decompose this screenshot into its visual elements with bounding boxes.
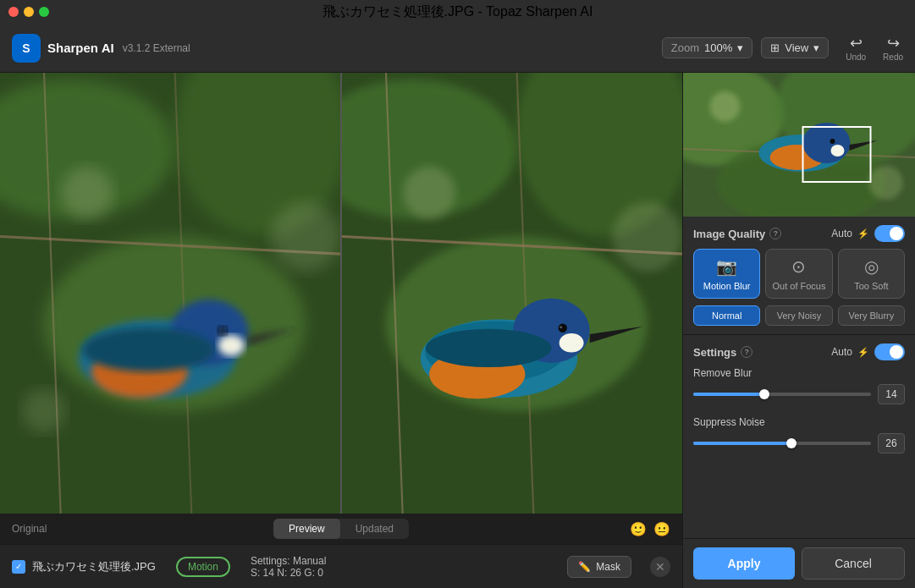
close-file-button[interactable]: ✕ [650, 557, 670, 577]
settings-header: Settings ? Auto ⚡ [693, 343, 905, 360]
apply-button[interactable]: Apply [693, 547, 795, 580]
bottom-bar: ✓ 飛ぶカワセミ処理後.JPG Motion Settings: Manual … [0, 544, 682, 588]
zoom-value: 100% [704, 41, 732, 54]
svg-point-15 [271, 201, 340, 271]
svg-point-14 [61, 167, 113, 219]
noise-buttons-group: Normal Very Noisy Very Blurry [693, 305, 905, 326]
image-panels [0, 73, 682, 514]
preview-panel [342, 73, 682, 514]
undo-redo-group: ↩ Undo ↪ Redo [846, 34, 903, 62]
out-of-focus-button[interactable]: ⊙ Out of Focus [765, 249, 832, 299]
svg-point-44 [831, 145, 845, 157]
redo-button[interactable]: ↪ Redo [883, 34, 903, 62]
happy-face-icon[interactable]: 🙂 [630, 521, 647, 537]
image-bottom-bar: Original Preview Updated 🙂 😐 [0, 514, 682, 544]
image-quality-toggle[interactable] [874, 225, 905, 242]
remove-blur-fill [693, 393, 764, 396]
original-panel [0, 73, 340, 514]
very-blurry-button[interactable]: Very Blurry [838, 305, 905, 326]
image-quality-title: Image Quality ? [693, 228, 781, 240]
image-quality-help-icon[interactable]: ? [769, 228, 781, 239]
suppress-noise-value[interactable]: 26 [878, 433, 905, 453]
traffic-lights [8, 7, 49, 17]
updated-tab[interactable]: Updated [340, 519, 409, 539]
undo-label: Undo [846, 52, 866, 62]
suppress-noise-row: Suppress Noise 26 [693, 416, 905, 453]
svg-point-42 [803, 123, 851, 163]
svg-point-11 [218, 335, 245, 356]
motion-blur-icon: 📷 [716, 256, 737, 277]
image-quality-section: Image Quality ? Auto ⚡ 📷 Motion Blur ⊙ O… [683, 217, 915, 335]
svg-point-32 [426, 329, 551, 367]
minimize-window-button[interactable] [24, 7, 34, 17]
redo-label: Redo [883, 52, 903, 62]
remove-blur-row: Remove Blur 14 [693, 367, 905, 404]
lightning-icon: ⚡ [857, 228, 869, 239]
app-name: Sharpen AI [47, 41, 114, 55]
app-logo: S [12, 34, 41, 63]
zoom-label: Zoom [671, 41, 699, 54]
svg-point-45 [830, 139, 835, 144]
out-of-focus-label: Out of Focus [773, 281, 826, 291]
remove-blur-slider[interactable] [693, 393, 871, 396]
suppress-noise-fill [693, 442, 791, 445]
motion-blur-label: Motion Blur [703, 281, 751, 291]
svg-point-34 [613, 201, 682, 271]
svg-point-33 [403, 167, 455, 219]
normal-button[interactable]: Normal [693, 305, 760, 326]
mask-label: Mask [596, 561, 620, 573]
svg-point-29 [559, 333, 584, 353]
file-checkbox[interactable]: ✓ [12, 560, 25, 574]
view-chevron-icon: ▾ [813, 41, 819, 54]
motion-badge[interactable]: Motion [176, 557, 230, 577]
svg-point-12 [218, 327, 227, 335]
settings-lightning-icon: ⚡ [857, 347, 869, 358]
cancel-button[interactable]: Cancel [802, 547, 905, 580]
view-button[interactable]: ⊞ View ▾ [761, 37, 829, 58]
svg-point-16 [22, 389, 66, 433]
action-buttons: Apply Cancel [683, 538, 915, 588]
view-label: View [785, 41, 808, 54]
maximize-window-button[interactable] [39, 7, 49, 17]
motion-blur-button[interactable]: 📷 Motion Blur [693, 249, 760, 299]
neutral-face-icon[interactable]: 😐 [653, 521, 670, 537]
header-controls: Zoom 100% ▾ ⊞ View ▾ ↩ Undo ↪ Redo [662, 34, 903, 62]
remove-blur-thumb[interactable] [759, 389, 769, 399]
emoji-controls: 🙂 😐 [630, 521, 670, 537]
settings-auto-label: Auto [831, 346, 852, 358]
out-of-focus-icon: ⊙ [791, 256, 806, 277]
very-noisy-button[interactable]: Very Noisy [765, 305, 832, 326]
suppress-noise-thumb[interactable] [786, 438, 796, 448]
remove-blur-label: Remove Blur [693, 367, 905, 379]
settings-help-icon[interactable]: ? [741, 346, 752, 358]
undo-button[interactable]: ↩ Undo [846, 34, 866, 62]
svg-point-48 [869, 166, 903, 200]
svg-point-13 [83, 328, 214, 372]
thumbnail-area [683, 73, 915, 217]
app-header: S Sharpen AI v3.1.2 External Zoom 100% ▾… [0, 24, 915, 73]
settings-title: Settings ? [693, 346, 752, 359]
close-window-button[interactable] [8, 7, 19, 17]
settings-auto-toggle: Auto ⚡ [831, 343, 905, 360]
image-area[interactable]: Original Preview Updated 🙂 😐 ✓ 飛ぶカワセミ処理後… [0, 73, 682, 588]
mask-button[interactable]: ✏️ Mask [567, 556, 631, 578]
preview-tab[interactable]: Preview [273, 519, 340, 539]
very-noisy-label: Very Noisy [777, 310, 822, 321]
quality-buttons-group: 📷 Motion Blur ⊙ Out of Focus ◎ Too Soft [693, 249, 905, 299]
remove-blur-slider-row: 14 [693, 384, 905, 404]
title-bar: 飛ぶカワセミ処理後.JPG - Topaz Sharpen AI [0, 0, 915, 24]
undo-icon: ↩ [850, 34, 863, 52]
too-soft-label: Too Soft [854, 281, 888, 291]
settings-toggle[interactable] [874, 343, 905, 360]
zoom-control[interactable]: Zoom 100% ▾ [662, 37, 752, 58]
svg-point-31 [559, 326, 562, 328]
preview-updated-tabs: Preview Updated [273, 519, 409, 539]
logo-area: S Sharpen AI v3.1.2 External [12, 34, 662, 63]
svg-point-47 [710, 91, 741, 122]
very-blurry-label: Very Blurry [848, 310, 894, 321]
suppress-noise-slider[interactable] [693, 442, 871, 445]
original-label: Original [12, 523, 47, 535]
too-soft-button[interactable]: ◎ Too Soft [838, 249, 905, 299]
too-soft-icon: ◎ [864, 256, 879, 277]
remove-blur-value[interactable]: 14 [878, 384, 905, 404]
